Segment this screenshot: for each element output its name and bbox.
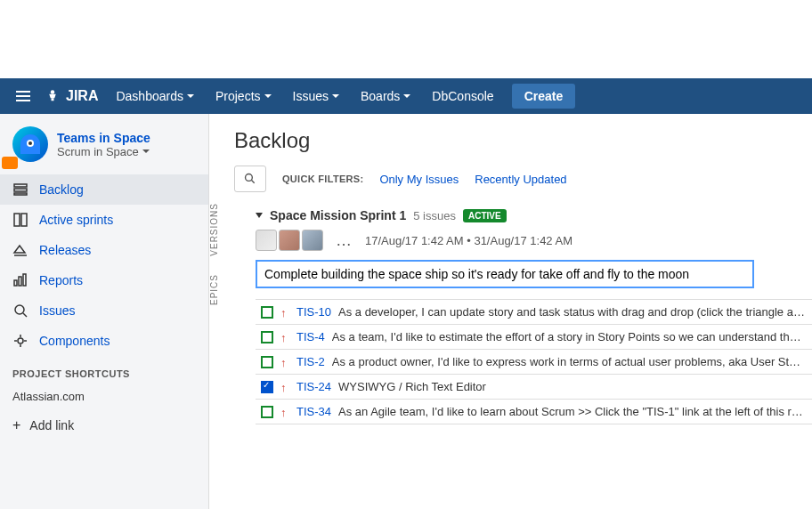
story-icon xyxy=(261,356,273,368)
sidebar-item-label: Backlog xyxy=(39,182,84,197)
search-icon xyxy=(244,173,256,185)
menu-icon[interactable] xyxy=(11,85,36,107)
issue-key[interactable]: TIS-34 xyxy=(296,405,331,418)
svg-point-18 xyxy=(246,174,253,182)
svg-rect-6 xyxy=(21,214,27,226)
svg-rect-5 xyxy=(14,214,20,226)
add-link-button[interactable]: + Add link xyxy=(0,408,208,442)
new-issue-input[interactable] xyxy=(256,260,754,288)
project-avatar xyxy=(12,126,48,162)
tab-epics[interactable]: EPICS xyxy=(209,274,219,305)
sidebar-item-label: Issues xyxy=(39,303,75,318)
tab-versions[interactable]: VERSIONS xyxy=(209,203,219,256)
project-badge-icon xyxy=(2,157,18,169)
issue-summary: As a product owner, I'd like to express … xyxy=(332,355,807,368)
sidebar-item-label: Releases xyxy=(39,243,91,257)
svg-point-13 xyxy=(18,338,23,343)
issue-key[interactable]: TIS-4 xyxy=(296,330,325,343)
svg-line-12 xyxy=(23,313,27,317)
svg-rect-1 xyxy=(52,98,54,101)
nav-projects[interactable]: Projects xyxy=(207,84,280,109)
issue-key[interactable]: TIS-24 xyxy=(296,380,331,393)
issue-summary: As a developer, I can update story and t… xyxy=(338,305,807,319)
sprint-meta: … 17/Aug/17 1:42 AM • 31/Aug/17 1:42 AM xyxy=(256,230,812,251)
logo-text: JIRA xyxy=(66,88,98,104)
priority-high-icon: ↑ xyxy=(280,306,289,319)
issue-row[interactable]: ↑ TIS-2 As a product owner, I'd like to … xyxy=(256,349,812,374)
board-selector[interactable]: Scrum in Space xyxy=(57,145,150,158)
sidebar-item-label: Components xyxy=(39,334,110,348)
page-title: Backlog xyxy=(234,128,812,153)
story-icon xyxy=(261,406,273,418)
sidebar-item-releases[interactable]: Releases xyxy=(0,235,208,265)
sidebar-item-reports[interactable]: Reports xyxy=(0,265,208,295)
priority-high-icon: ↑ xyxy=(280,331,289,343)
sidebar-item-label: Reports xyxy=(39,273,83,287)
issue-key[interactable]: TIS-10 xyxy=(296,305,331,319)
issue-key[interactable]: TIS-2 xyxy=(296,355,325,368)
avatar[interactable] xyxy=(256,230,277,251)
sidebar-item-active-sprints[interactable]: Active sprints xyxy=(0,205,208,235)
nav-dbconsole[interactable]: DbConsole xyxy=(423,84,502,109)
sidebar-item-issues[interactable]: Issues xyxy=(0,295,208,326)
nav-boards[interactable]: Boards xyxy=(352,84,419,109)
sprint-dates: 17/Aug/17 1:42 AM • 31/Aug/17 1:42 AM xyxy=(365,234,572,247)
svg-line-19 xyxy=(252,181,255,183)
sprint-name[interactable]: Space Mission Sprint 1 xyxy=(270,208,406,222)
svg-rect-10 xyxy=(23,274,26,286)
expand-toggle-icon[interactable] xyxy=(256,213,263,218)
shortcuts-header: PROJECT SHORTCUTS xyxy=(0,356,208,384)
story-icon xyxy=(261,306,273,319)
sidebar-item-components[interactable]: Components xyxy=(0,326,208,356)
svg-point-0 xyxy=(51,90,55,94)
shortcut-link[interactable]: Atlassian.com xyxy=(0,384,208,408)
chevron-down-icon xyxy=(142,149,150,153)
issue-row[interactable]: ↑ TIS-24 WYSIWYG / Rich Text Editor xyxy=(256,374,812,399)
assignee-avatars xyxy=(256,230,323,251)
add-link-label: Add link xyxy=(29,418,74,432)
priority-high-icon: ↑ xyxy=(280,356,289,368)
story-icon xyxy=(261,331,273,343)
svg-rect-4 xyxy=(14,193,27,195)
releases-icon xyxy=(12,242,28,258)
quick-filter-recently-updated[interactable]: Recently Updated xyxy=(475,173,566,186)
svg-rect-3 xyxy=(14,189,27,191)
chevron-down-icon xyxy=(264,94,272,98)
quick-filter-only-my-issues[interactable]: Only My Issues xyxy=(379,173,459,186)
avatar[interactable] xyxy=(302,230,323,251)
project-name[interactable]: Teams in Space xyxy=(57,131,150,145)
reports-icon xyxy=(12,272,28,288)
priority-high-icon: ↑ xyxy=(280,406,289,418)
svg-rect-9 xyxy=(19,277,21,286)
issue-list: ↑ TIS-10 As a developer, I can update st… xyxy=(256,299,812,424)
issue-row[interactable]: ↑ TIS-34 As an Agile team, I'd like to l… xyxy=(256,399,812,424)
sprint-header: Space Mission Sprint 1 5 issues ACTIVE xyxy=(256,208,812,222)
more-assignees-button[interactable]: … xyxy=(332,231,356,250)
svg-point-11 xyxy=(15,305,24,314)
issue-summary: As an Agile team, I'd like to learn abou… xyxy=(338,405,807,418)
jira-logo[interactable]: JIRA xyxy=(45,88,98,104)
issue-row[interactable]: ↑ TIS-4 As a team, I'd like to estimate … xyxy=(256,324,812,349)
sidebar: Teams in Space Scrum in Space Backlog Ac… xyxy=(0,114,209,509)
create-button[interactable]: Create xyxy=(512,84,576,109)
svg-rect-8 xyxy=(14,280,17,286)
issue-row[interactable]: ↑ TIS-10 As a developer, I can update st… xyxy=(256,299,812,324)
status-badge: ACTIVE xyxy=(463,209,507,222)
plus-icon: + xyxy=(12,417,20,433)
avatar[interactable] xyxy=(279,230,300,251)
backlog-icon xyxy=(12,182,28,198)
main-content: Backlog QUICK FILTERS: Only My Issues Re… xyxy=(209,114,812,509)
task-icon xyxy=(261,381,273,393)
sidebar-item-backlog[interactable]: Backlog xyxy=(0,174,208,205)
issue-summary: WYSIWYG / Rich Text Editor xyxy=(338,380,486,393)
search-button[interactable] xyxy=(234,166,266,192)
priority-high-icon: ↑ xyxy=(280,381,289,393)
chevron-down-icon xyxy=(187,94,194,98)
nav-dashboards[interactable]: Dashboards xyxy=(107,84,203,109)
nav-issues[interactable]: Issues xyxy=(284,84,348,109)
top-navigation: JIRA Dashboards Projects Issues Boards D… xyxy=(0,78,812,114)
sidebar-item-label: Active sprints xyxy=(39,213,113,227)
sprint-issue-count: 5 issues xyxy=(413,209,456,222)
issue-summary: As a team, I'd like to estimate the effo… xyxy=(332,330,807,343)
svg-rect-2 xyxy=(14,184,27,187)
